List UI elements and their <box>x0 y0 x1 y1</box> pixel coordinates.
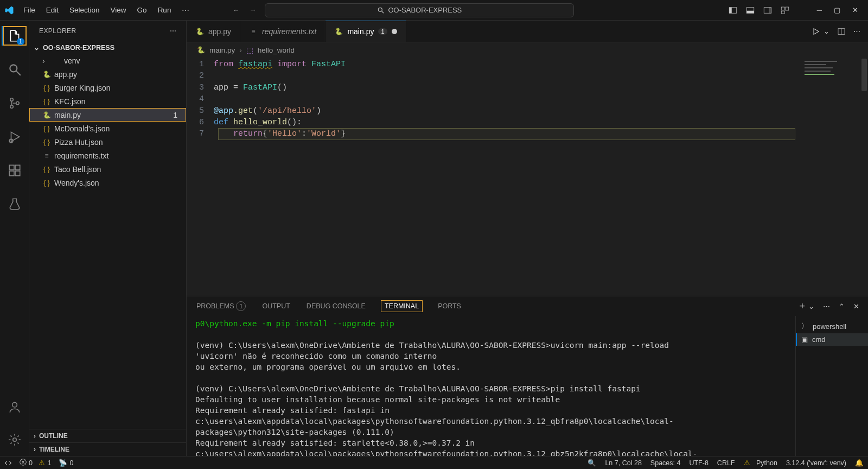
svg-point-0 <box>379 8 382 11</box>
file-Taco-Bell-json[interactable]: { }Taco Bell.json <box>29 162 186 176</box>
file-Wendy-s-json[interactable]: { }Wendy's.json <box>29 176 186 189</box>
menu-selection[interactable]: Selection <box>65 4 105 17</box>
file-KFC-json[interactable]: { }KFC.json <box>29 94 186 108</box>
status-language[interactable]: ⚠ Python <box>744 459 777 467</box>
svg-point-14 <box>10 105 12 108</box>
explorer-more-icon[interactable]: ⋯ <box>170 27 176 35</box>
minimap[interactable] <box>801 58 860 296</box>
explorer-folder-header[interactable]: ⌄ OO-SABOR-EXPRESS <box>29 41 186 54</box>
terminal-line: p0\python.exe -m pip install --upgrade p… <box>195 318 787 329</box>
terminal-item-cmd[interactable]: ▣ cmd <box>796 333 868 346</box>
menu-edit[interactable]: Edit <box>41 4 63 17</box>
file-label: Pizza Hut.json <box>54 138 103 147</box>
file-label: KFC.json <box>54 97 86 106</box>
panel-more-icon[interactable]: ⋯ <box>823 302 830 310</box>
activity-extensions-icon[interactable] <box>2 160 28 181</box>
tab-main-py[interactable]: 🐍main.py1 <box>326 21 406 42</box>
activity-account-icon[interactable] <box>2 396 28 418</box>
menu-view[interactable]: View <box>106 4 131 17</box>
activity-debug-icon[interactable] <box>2 126 28 148</box>
file-McDonald-s-json[interactable]: { }McDonald's.json <box>29 122 186 135</box>
activity-scm-icon[interactable] <box>2 92 28 114</box>
terminal[interactable]: p0\python.exe -m pip install --upgrade p… <box>187 316 795 456</box>
new-terminal-icon[interactable]: + <box>799 301 805 312</box>
zoom-icon[interactable]: 🔍 <box>588 459 596 467</box>
panel-tab-terminal[interactable]: TERMINAL <box>381 300 423 312</box>
panel-close-icon[interactable]: ✕ <box>853 302 859 310</box>
shell-icon: 〉 <box>801 321 808 331</box>
status-eol[interactable]: CRLF <box>717 459 735 467</box>
layout-bottom-icon[interactable] <box>745 5 755 15</box>
file-Pizza-Hut-json[interactable]: { }Pizza Hut.json <box>29 135 186 149</box>
terminal-item-powershell[interactable]: 〉 powershell <box>796 319 868 333</box>
activity-explorer-icon[interactable]: 1 <box>2 25 28 47</box>
activity-testing-icon[interactable] <box>2 193 28 215</box>
breadcrumb-sep-icon: › <box>239 46 242 54</box>
line-number: 6 <box>187 117 214 128</box>
line-number: 5 <box>187 105 214 117</box>
tab-requirements-txt[interactable]: ≡requirements.txt <box>240 21 326 42</box>
editor-tabs: 🐍app.py≡requirements.txt🐍main.py1 ⌄ ⋯ <box>187 21 868 42</box>
file-Burger-King-json[interactable]: { }Burger King.json <box>29 81 186 94</box>
timeline-section[interactable]: › TIMELINE <box>29 442 186 456</box>
run-dropdown-icon[interactable]: ⌄ <box>824 27 829 35</box>
terminal-dropdown-icon[interactable]: ⌄ <box>808 302 814 310</box>
nav-forward-icon[interactable]: → <box>249 6 256 14</box>
panel-tab-output[interactable]: OUTPUT <box>261 300 291 312</box>
activity-settings-icon[interactable] <box>2 429 28 451</box>
panel-maximize-icon[interactable]: ⌃ <box>839 302 845 310</box>
close-icon[interactable]: ✕ <box>850 5 860 15</box>
tab-badge: 1 <box>378 28 387 35</box>
editor-more-icon[interactable]: ⋯ <box>853 27 860 35</box>
breadcrumb-file[interactable]: main.py <box>209 46 235 54</box>
layout-right-icon[interactable] <box>763 5 773 15</box>
status-errors[interactable]: ⓧ0 ⚠1 <box>20 458 51 467</box>
remote-icon[interactable] <box>4 459 12 467</box>
svg-point-22 <box>12 438 16 442</box>
layout-left-icon[interactable] <box>728 5 738 15</box>
breadcrumb[interactable]: 🐍 main.py › ⬚ hello_world <box>187 42 868 58</box>
file-type-icon: 🐍 <box>195 27 204 36</box>
status-spaces[interactable]: Spaces: 4 <box>650 459 681 467</box>
panel-tab-problems[interactable]: PROBLEMS1 <box>195 299 247 313</box>
file-main-py[interactable]: 🐍main.py1 <box>29 108 186 122</box>
file-venv[interactable]: ›venv <box>29 54 186 67</box>
svg-rect-18 <box>9 171 14 176</box>
split-editor-icon[interactable] <box>837 27 846 36</box>
run-file-icon[interactable] <box>812 27 820 36</box>
menu-file[interactable]: File <box>18 4 40 17</box>
line-number: 1 <box>187 59 214 70</box>
menu-more-icon[interactable]: ⋯ <box>177 4 194 17</box>
activity-search-icon[interactable] <box>2 59 28 80</box>
command-center[interactable]: OO-SABOR-EXPRESS <box>265 3 574 17</box>
maximize-icon[interactable]: ▢ <box>832 5 843 15</box>
explorer-sidebar: EXPLORER ⋯ ⌄ OO-SABOR-EXPRESS ›venv🐍app.… <box>29 21 187 456</box>
panel-tab-ports[interactable]: PORTS <box>437 300 462 312</box>
notifications-icon[interactable]: 🔔 <box>855 459 864 467</box>
panel-tabs: PROBLEMS1 OUTPUT DEBUG CONSOLE TERMINAL … <box>187 296 868 316</box>
outline-section[interactable]: › OUTLINE <box>29 429 186 442</box>
file-requirements-txt[interactable]: ≡requirements.txt <box>29 149 186 162</box>
editor-scrollbar[interactable] <box>860 58 868 296</box>
code-editor[interactable]: 1from fastapi import FastAPI 2 3app = Fa… <box>187 58 801 296</box>
status-ports[interactable]: 📡0 <box>59 459 73 467</box>
status-encoding[interactable]: UTF-8 <box>689 459 708 467</box>
file-label: McDonald's.json <box>54 124 110 133</box>
menu-run[interactable]: Run <box>153 4 176 17</box>
status-cursor[interactable]: Ln 7, Col 28 <box>605 459 641 467</box>
file-label: Taco Bell.json <box>54 165 101 174</box>
breadcrumb-symbol[interactable]: hello_world <box>258 46 295 54</box>
file-app-py[interactable]: 🐍app.py <box>29 67 186 81</box>
panel-tab-debug[interactable]: DEBUG CONSOLE <box>305 300 367 312</box>
layout-customize-icon[interactable] <box>780 5 790 15</box>
file-label: Burger King.json <box>54 84 111 92</box>
problems-count: 1 <box>236 301 246 311</box>
tab-app-py[interactable]: 🐍app.py <box>187 21 240 42</box>
status-interpreter[interactable]: 3.12.4 ('venv': venv) <box>786 459 846 467</box>
terminal-line: Requirement already satisfied: starlette… <box>195 438 787 456</box>
nav-back-icon[interactable]: ← <box>232 6 239 14</box>
svg-rect-20 <box>15 165 20 170</box>
menu-go[interactable]: Go <box>132 4 152 17</box>
file-tree[interactable]: ›venv🐍app.py{ }Burger King.json{ }KFC.js… <box>29 54 186 429</box>
minimize-icon[interactable]: ─ <box>815 5 824 15</box>
